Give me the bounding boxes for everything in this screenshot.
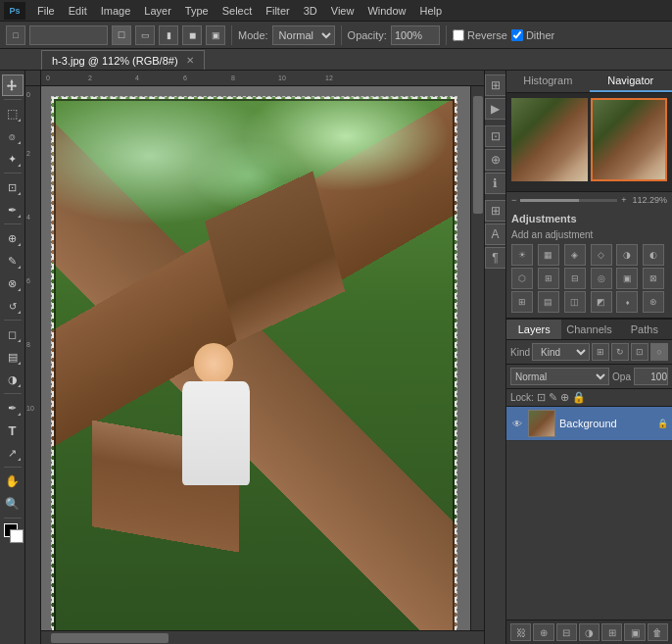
new-layer-btn[interactable]: ▣ [624,623,645,641]
menu-image[interactable]: Image [95,3,137,19]
horizontal-scrollbar[interactable] [41,630,484,644]
adj-exposure[interactable]: ◇ [591,244,612,266]
menu-view[interactable]: View [325,3,360,19]
adj-gradient-map[interactable]: ◫ [564,291,586,313]
icon-strip-btn-6[interactable]: ⊞ [485,200,506,222]
adj-colorbalance[interactable]: ⬡ [511,268,533,289]
vertical-scrollbar[interactable] [470,86,484,630]
menu-select[interactable]: Select [216,3,259,19]
adj-brightness[interactable]: ☀ [511,244,533,266]
crop-tool[interactable]: ⊡ [2,176,24,198]
type-tool[interactable]: T [2,420,24,441]
tab-close-btn[interactable]: ✕ [186,55,194,66]
healing-tool[interactable]: ⊕ [2,227,24,249]
tab-navigator[interactable]: Navigator [590,71,673,92]
zoom-out-icon[interactable]: − [511,195,516,205]
tab-histogram[interactable]: Histogram [506,71,590,92]
icon-strip-btn-4[interactable]: ⊕ [485,149,506,171]
history-brush-tool[interactable]: ↺ [2,295,24,317]
adj-selective-color[interactable]: ◩ [591,291,612,313]
layer-list[interactable]: 👁 Background 🔒 [506,407,672,619]
adj-levels[interactable]: ▦ [538,244,559,266]
menu-type[interactable]: Type [179,3,215,19]
layer-item-background[interactable]: 👁 Background 🔒 [506,407,672,441]
hand-tool[interactable]: ✋ [2,471,24,492]
blend-mode-icon-3[interactable]: ▮ [159,25,178,45]
blend-mode-icon-4[interactable]: ◼ [182,25,202,45]
tool-option-btn-1[interactable]: □ [6,25,25,45]
eraser-tool[interactable]: ◻ [2,323,24,345]
adj-colorlookup[interactable]: ▣ [616,268,638,289]
path-selection-tool[interactable]: ↗ [2,442,24,464]
menu-edit[interactable]: Edit [63,3,93,19]
pen-tool[interactable]: ✒ [2,397,24,419]
icon-strip-btn-1[interactable]: ⊞ [485,74,506,96]
eyedropper-tool[interactable]: ✒ [2,199,24,221]
adj-posterize[interactable]: ⊞ [511,291,533,313]
bg-color[interactable] [10,529,24,543]
adj-extra-2[interactable]: ⊛ [643,291,664,313]
adj-bw[interactable]: ⊞ [538,268,559,289]
magic-wand-tool[interactable]: ✦ [2,148,24,170]
zoom-in-icon[interactable]: + [621,195,626,205]
icon-strip-btn-5[interactable]: ℹ [485,173,506,194]
layers-options-btn[interactable]: ↻ [611,343,629,361]
layers-toggle-filter[interactable]: ○ [650,343,668,361]
move-tool[interactable] [2,74,24,96]
icon-strip-btn-8[interactable]: ¶ [485,247,506,269]
gradient-tool[interactable]: ▤ [2,346,24,368]
adj-photofilter[interactable]: ⊟ [564,268,586,289]
adj-extra-1[interactable]: ⬧ [616,291,638,313]
menu-help[interactable]: Help [414,3,449,19]
kind-select[interactable]: Kind [532,343,590,361]
link-layers-btn[interactable]: ⛓ [510,623,531,641]
lock-brush-icon[interactable]: ✎ [549,391,557,404]
zoom-tool[interactable]: 🔍 [2,493,24,515]
blend-mode-icon-1[interactable]: ☐ [112,25,131,45]
layers-filter-btn[interactable]: ⊡ [631,343,648,361]
tab-paths[interactable]: Paths [617,320,672,339]
dodge-tool[interactable]: ◑ [2,369,24,390]
lock-position-icon[interactable]: ⊕ [560,391,569,404]
adj-curves[interactable]: ◈ [564,244,586,266]
blend-mode-icon-5[interactable]: ▣ [206,25,225,45]
lock-transparent-icon[interactable]: ⊡ [537,391,546,404]
opacity-input[interactable] [391,25,440,45]
menu-window[interactable]: Window [361,3,411,19]
doc-tab[interactable]: h-3.jpg @ 112% (RGB/8#) ✕ [41,50,205,70]
h-scrollbar-thumb[interactable] [51,633,168,643]
layer-eye-icon[interactable]: 👁 [510,417,524,430]
marquee-tool[interactable]: ⬚ [2,103,24,124]
icon-strip-btn-7[interactable]: A [485,223,506,245]
adj-vibrance[interactable]: ◑ [616,244,638,266]
clone-stamp-tool[interactable]: ⊗ [2,272,24,294]
color-swatches[interactable] [2,521,24,543]
adj-hsl[interactable]: ◐ [643,244,664,266]
tab-channels[interactable]: Channels [561,320,616,339]
new-group-btn[interactable]: ⊞ [601,623,622,641]
lock-all-icon[interactable]: 🔒 [572,391,586,404]
brush-tool[interactable]: ✎ [2,250,24,272]
delete-layer-btn[interactable]: 🗑 [648,623,668,641]
reverse-checkbox[interactable] [453,29,464,41]
icon-strip-btn-2[interactable]: ▶ [485,98,506,120]
blend-mode-select[interactable]: Normal Multiply Screen [510,368,609,385]
menu-layer[interactable]: Layer [138,3,177,19]
tab-layers[interactable]: Layers [506,320,561,339]
v-scrollbar-thumb[interactable] [473,96,483,214]
layer-mask-btn[interactable]: ⊟ [556,623,577,641]
adj-threshold[interactable]: ▤ [538,291,559,313]
lasso-tool[interactable]: ⌾ [2,125,24,147]
opacity-value-input[interactable] [634,368,668,385]
adj-invert[interactable]: ⊠ [643,268,664,289]
blend-mode-icon-2[interactable]: ▭ [135,25,155,45]
icon-strip-btn-3[interactable]: ⊡ [485,125,506,147]
mode-select[interactable]: Normal Multiply Screen [272,25,335,45]
zoom-slider[interactable] [520,199,617,202]
adj-channelmixer[interactable]: ◎ [591,268,612,289]
menu-filter[interactable]: Filter [260,3,295,19]
dither-checkbox[interactable] [511,29,523,41]
adjustment-layer-btn[interactable]: ◑ [579,623,600,641]
layers-add-btn[interactable]: ⊞ [592,343,609,361]
brush-preset[interactable] [29,25,108,45]
